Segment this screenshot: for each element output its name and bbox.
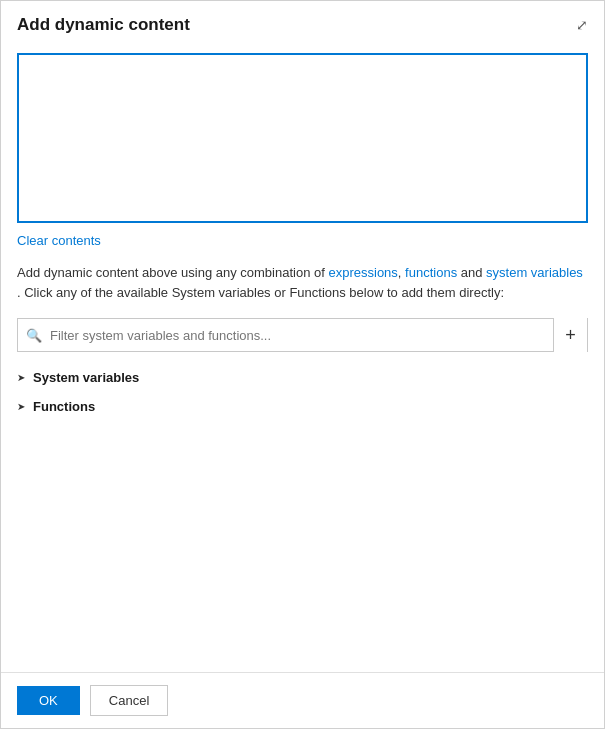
functions-section: ➤ Functions	[17, 395, 588, 418]
system-variables-label: System variables	[33, 370, 139, 385]
description-before: Add dynamic content above using any comb…	[17, 265, 328, 280]
expressions-link[interactable]: expressions	[328, 265, 397, 280]
description-middle: and	[457, 265, 486, 280]
dialog-body: Clear contents Add dynamic content above…	[1, 45, 604, 672]
system-variables-link[interactable]: system variables	[486, 265, 583, 280]
dialog-footer: OK Cancel	[1, 672, 604, 728]
system-variables-section: ➤ System variables	[17, 366, 588, 389]
clear-contents-link[interactable]: Clear contents	[17, 233, 101, 248]
description-separator: ,	[398, 265, 405, 280]
functions-link[interactable]: functions	[405, 265, 457, 280]
functions-label: Functions	[33, 399, 95, 414]
chevron-right-icon-2: ➤	[17, 401, 25, 412]
cancel-button[interactable]: Cancel	[90, 685, 168, 716]
add-button[interactable]: +	[553, 318, 587, 352]
filter-input[interactable]	[50, 319, 553, 351]
search-icon: 🔍	[18, 328, 50, 343]
description-after: . Click any of the available System vari…	[17, 285, 504, 300]
chevron-right-icon: ➤	[17, 372, 25, 383]
description-text: Add dynamic content above using any comb…	[17, 263, 588, 302]
ok-button[interactable]: OK	[17, 686, 80, 715]
expand-icon[interactable]: ⤢	[576, 17, 588, 33]
system-variables-header[interactable]: ➤ System variables	[17, 366, 588, 389]
functions-header[interactable]: ➤ Functions	[17, 395, 588, 418]
dynamic-content-textarea[interactable]	[17, 53, 588, 223]
dialog-title: Add dynamic content	[17, 15, 190, 35]
filter-row: 🔍 +	[17, 318, 588, 352]
dialog-header: Add dynamic content ⤢	[1, 1, 604, 45]
